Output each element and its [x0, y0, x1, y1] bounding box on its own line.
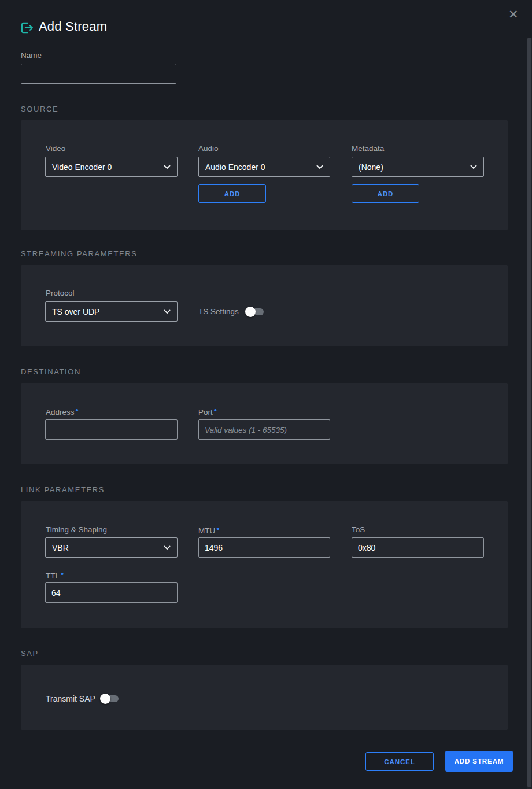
metadata-select[interactable]: (None): [352, 157, 484, 177]
chevron-down-icon: [316, 165, 323, 169]
add-stream-button[interactable]: ADD STREAM: [445, 751, 513, 772]
timing-shaping-label: Timing & Shaping: [46, 525, 107, 534]
video-label: Video: [46, 144, 65, 153]
audio-encoder-value: Audio Encoder 0: [205, 163, 265, 172]
timing-shaping-select[interactable]: VBR: [45, 537, 178, 558]
audio-label: Audio: [198, 144, 219, 153]
add-stream-dialog: Add Stream ✕ Name SOURCE Video Video Enc…: [0, 0, 532, 789]
metadata-label: Metadata: [352, 144, 384, 153]
audio-add-button[interactable]: ADD: [198, 184, 266, 203]
chevron-down-icon: [164, 165, 171, 169]
section-title-source: SOURCE: [21, 105, 58, 113]
mtu-input[interactable]: [198, 537, 330, 558]
name-label: Name: [21, 51, 42, 60]
scrollbar-thumb[interactable]: [527, 38, 531, 787]
chevron-down-icon: [164, 545, 171, 550]
toggle-knob: [245, 307, 256, 317]
port-input[interactable]: [198, 419, 330, 440]
metadata-value: (None): [359, 163, 383, 172]
protocol-value: TS over UDP: [52, 307, 99, 316]
timing-shaping-value: VBR: [52, 543, 69, 552]
transmit-sap-label: Transmit SAP: [46, 694, 95, 703]
section-title-sap: SAP: [21, 649, 39, 658]
transmit-sap-toggle[interactable]: [102, 695, 119, 703]
stream-out-icon: [19, 20, 34, 35]
mtu-label: MTU: [198, 525, 220, 535]
toggle-knob: [100, 694, 110, 704]
section-title-streaming: STREAMING PARAMETERS: [21, 249, 138, 258]
protocol-select[interactable]: TS over UDP: [45, 301, 178, 322]
address-input[interactable]: [45, 419, 178, 440]
section-title-destination: DESTINATION: [21, 367, 81, 376]
ttl-input[interactable]: [45, 582, 178, 603]
chevron-down-icon: [470, 165, 477, 169]
tos-label: ToS: [352, 525, 365, 534]
ttl-label: TTL: [46, 570, 64, 580]
section-title-link: LINK PARAMETERS: [21, 485, 105, 494]
port-label: Port: [198, 407, 217, 416]
protocol-label: Protocol: [46, 289, 75, 297]
dialog-title: Add Stream: [39, 19, 107, 34]
cancel-button[interactable]: CANCEL: [365, 752, 434, 771]
tos-input[interactable]: [352, 537, 484, 558]
chevron-down-icon: [164, 309, 171, 314]
close-icon[interactable]: ✕: [508, 8, 519, 20]
address-label: Address: [46, 407, 79, 416]
video-encoder-value: Video Encoder 0: [52, 163, 112, 172]
ts-settings-toggle[interactable]: [247, 308, 264, 316]
video-encoder-select[interactable]: Video Encoder 0: [45, 157, 178, 177]
name-input[interactable]: [21, 64, 176, 84]
link-panel: [21, 501, 508, 628]
ts-settings-label: TS Settings: [198, 307, 239, 316]
audio-encoder-select[interactable]: Audio Encoder 0: [198, 157, 330, 177]
metadata-add-button[interactable]: ADD: [352, 184, 419, 203]
